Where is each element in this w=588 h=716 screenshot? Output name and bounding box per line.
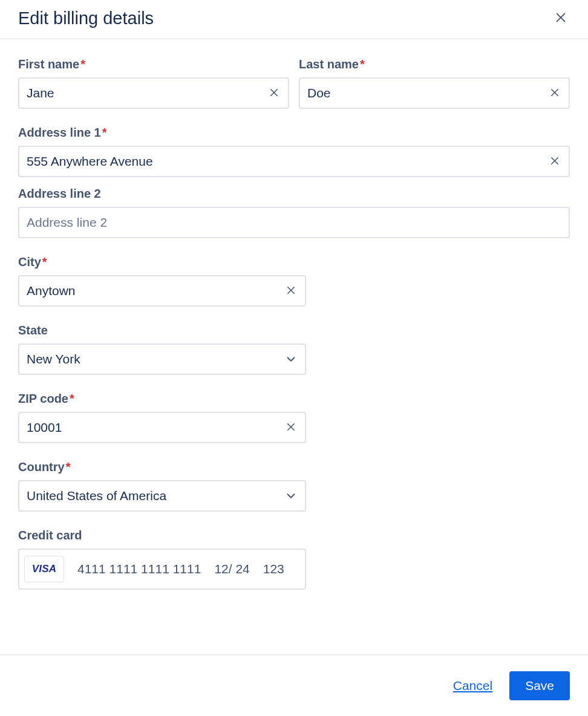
country-label: Country* <box>18 460 306 474</box>
country-label-text: Country <box>18 460 65 474</box>
required-marker: * <box>360 57 365 71</box>
close-button[interactable] <box>552 8 570 28</box>
last-name-clear-button[interactable] <box>547 85 563 102</box>
address1-field: Address line 1* <box>18 126 570 177</box>
chevron-down-icon <box>284 353 298 366</box>
address2-input-wrap <box>18 207 570 238</box>
zip-field: ZIP code* <box>18 392 306 443</box>
close-icon <box>554 11 567 26</box>
save-button[interactable]: Save <box>509 671 570 700</box>
edit-billing-modal: Edit billing details First name* <box>0 0 588 716</box>
modal-footer: Cancel Save <box>0 654 588 716</box>
card-cvc: 123 <box>263 562 284 576</box>
modal-body: First name* Last name* <box>0 39 588 654</box>
first-name-input[interactable] <box>27 79 266 108</box>
country-select[interactable]: United States of America <box>18 480 306 512</box>
first-name-input-wrap <box>18 77 289 109</box>
zip-label-text: ZIP code <box>18 392 68 405</box>
country-field: Country* United States of America <box>18 460 306 512</box>
card-number: 4111 1111 1111 1111 <box>77 562 201 576</box>
card-brand-icon: VISA <box>24 556 64 582</box>
state-select[interactable]: New York <box>18 343 306 375</box>
required-marker: * <box>80 57 85 71</box>
last-name-label-text: Last name <box>299 57 359 71</box>
clear-icon <box>549 155 560 168</box>
credit-card-label: Credit card <box>18 529 306 542</box>
modal-header: Edit billing details <box>0 0 588 39</box>
credit-card-field: Credit card VISA 4111 1111 1111 1111 12/… <box>18 529 306 590</box>
city-input-wrap <box>18 275 306 307</box>
state-value: New York <box>27 352 80 366</box>
clear-icon <box>286 285 296 298</box>
address1-label-text: Address line 1 <box>18 126 101 139</box>
zip-input[interactable] <box>27 413 283 442</box>
first-name-label: First name* <box>18 57 289 71</box>
required-marker: * <box>42 255 47 268</box>
city-label: City* <box>18 255 306 269</box>
address1-label: Address line 1* <box>18 126 570 140</box>
last-name-label: Last name* <box>299 57 570 71</box>
first-name-field: First name* <box>18 57 289 109</box>
clear-icon <box>549 87 560 100</box>
clear-icon <box>286 421 296 434</box>
modal-title: Edit billing details <box>18 8 154 28</box>
address1-input-wrap <box>18 146 570 177</box>
country-value: United States of America <box>27 489 166 503</box>
required-marker: * <box>70 392 74 405</box>
city-input[interactable] <box>27 276 283 305</box>
address2-field: Address line 2 <box>18 187 570 238</box>
last-name-input-wrap <box>299 77 570 109</box>
card-expiry: 12/ 24 <box>214 562 249 576</box>
first-name-clear-button[interactable] <box>266 85 282 102</box>
zip-label: ZIP code* <box>18 392 306 406</box>
address2-label: Address line 2 <box>18 187 570 201</box>
required-marker: * <box>102 126 107 139</box>
required-marker: * <box>66 460 71 474</box>
clear-icon <box>269 87 279 100</box>
last-name-input[interactable] <box>307 79 547 108</box>
address1-clear-button[interactable] <box>547 153 563 171</box>
address2-input[interactable] <box>27 208 563 237</box>
chevron-down-icon <box>284 489 298 503</box>
zip-input-wrap <box>18 412 306 443</box>
state-field: State New York <box>18 324 306 375</box>
zip-clear-button[interactable] <box>283 419 299 437</box>
credit-card-input[interactable]: VISA 4111 1111 1111 1111 12/ 24 123 <box>18 548 306 590</box>
address1-input[interactable] <box>27 147 547 176</box>
city-field: City* <box>18 255 306 307</box>
first-name-label-text: First name <box>18 57 79 71</box>
city-clear-button[interactable] <box>283 282 299 300</box>
city-label-text: City <box>18 255 41 268</box>
last-name-field: Last name* <box>299 57 570 109</box>
state-label: State <box>18 324 306 337</box>
cancel-button[interactable]: Cancel <box>452 675 494 697</box>
